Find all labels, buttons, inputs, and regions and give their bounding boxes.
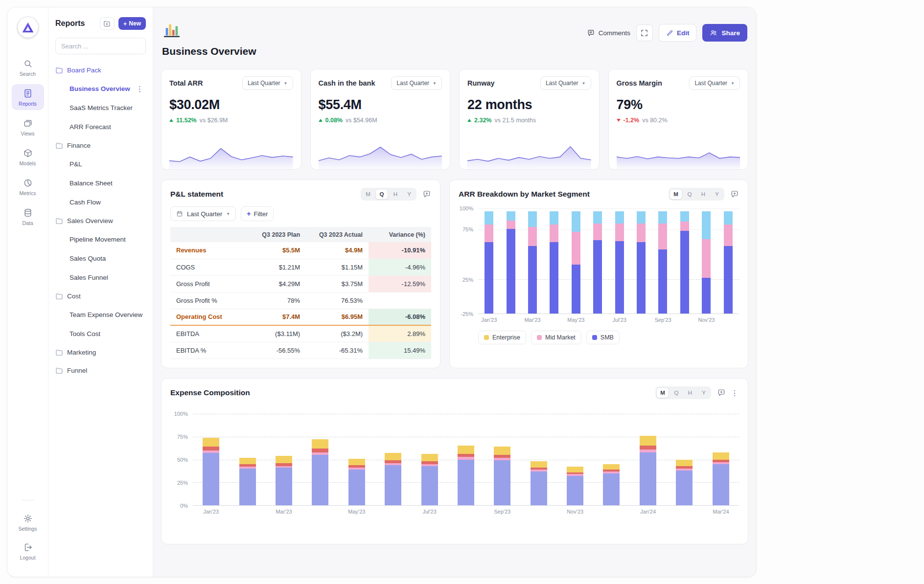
- sidebar-item-team-expense-overview[interactable]: Team Expense Overview: [55, 305, 146, 324]
- edit-button[interactable]: Edit: [659, 24, 697, 42]
- stacked-bar[interactable]: [593, 208, 602, 314]
- period-toggle-y[interactable]: Y: [697, 387, 710, 398]
- sidebar-item-pipeline-movement[interactable]: Pipeline Movement: [55, 230, 146, 249]
- kpi-delta-pct: -1.2%: [624, 117, 640, 124]
- sidebar-item-sales-quota[interactable]: Sales Quota: [55, 249, 146, 268]
- kpi-period-dropdown[interactable]: Last Quarter ▼: [689, 76, 740, 90]
- new-report-button[interactable]: + New: [118, 17, 146, 30]
- item-menu-icon[interactable]: ⋮: [134, 85, 146, 93]
- pnl-row-operating-cost[interactable]: Operating Cost $7.4M $6.95M -6.08%: [170, 309, 431, 325]
- sidebar-folder-finance[interactable]: Finance: [55, 136, 146, 155]
- sidebar-folder-cost[interactable]: Cost: [55, 287, 146, 305]
- stacked-bar[interactable]: [567, 414, 583, 505]
- stacked-bar[interactable]: [550, 208, 558, 314]
- stacked-bar[interactable]: [724, 208, 733, 314]
- comments-button[interactable]: Comments: [587, 29, 630, 37]
- pnl-row-revenues[interactable]: Revenues $5.5M $4.9M -10.91%: [170, 242, 431, 259]
- sidebar-folder-marketing[interactable]: Marketing: [55, 343, 146, 361]
- legend-item-enterprise[interactable]: Enterprise: [478, 331, 526, 344]
- filter-button[interactable]: + Filter: [241, 206, 274, 221]
- share-button[interactable]: Share: [702, 24, 747, 42]
- stacked-bar[interactable]: [203, 414, 219, 505]
- sidebar-item-balance-sheet[interactable]: Balance Sheet: [55, 174, 146, 193]
- sidebar-folder-funnel[interactable]: Funnel: [55, 361, 146, 380]
- stacked-bar[interactable]: [702, 208, 711, 314]
- stacked-bar[interactable]: [385, 414, 401, 505]
- period-toggle-h[interactable]: H: [389, 189, 402, 200]
- pnl-period-dropdown[interactable]: Last Quarter ▼: [170, 206, 236, 221]
- arr-x-axis: Jan'23Mar'23May'23Jul'23Sep'23Nov'23: [478, 314, 739, 326]
- rail-item-reports[interactable]: Reports: [12, 84, 44, 110]
- kpi-period-dropdown[interactable]: Last Quarter ▼: [391, 76, 442, 90]
- chevron-down-icon: ▼: [284, 81, 288, 86]
- period-toggle-y[interactable]: Y: [403, 189, 416, 200]
- sidebar-item-cash-flow[interactable]: Cash Flow: [55, 193, 146, 212]
- rail-item-settings[interactable]: Settings: [12, 509, 44, 535]
- stacked-bar[interactable]: [458, 414, 474, 505]
- add-comment-button[interactable]: [730, 190, 739, 199]
- stacked-bar[interactable]: [676, 414, 693, 505]
- stacked-bar[interactable]: [421, 414, 438, 505]
- sidebar-item-pnl[interactable]: P&L: [55, 155, 146, 174]
- sidebar-search-input[interactable]: [55, 38, 146, 54]
- pnl-row-gross-profit[interactable]: Gross Profit $4.29M $3.75M -12.59%: [170, 275, 431, 292]
- pnl-row-cogs[interactable]: COGS $1.21M $1.15M -4.96%: [170, 259, 431, 275]
- new-folder-button[interactable]: [100, 17, 115, 30]
- rail-item-data[interactable]: Data: [12, 203, 44, 229]
- sidebar-item-sales-funnel[interactable]: Sales Funnel: [55, 268, 146, 287]
- sidebar-folder-sales-overview[interactable]: Sales Overview: [55, 212, 146, 230]
- pnl-row-gross-profit-pct[interactable]: Gross Profit % 78% 76.53%: [170, 292, 431, 309]
- add-comment-button[interactable]: [717, 388, 726, 397]
- period-toggle-q[interactable]: Q: [670, 387, 683, 398]
- rail-item-search[interactable]: Search: [12, 54, 44, 80]
- stacked-bar[interactable]: [680, 208, 689, 314]
- stacked-bar[interactable]: [640, 414, 656, 505]
- stacked-bar[interactable]: [276, 414, 292, 505]
- page-header-actions: Comments Edit Share: [587, 24, 747, 42]
- stacked-bar[interactable]: [312, 414, 328, 505]
- kpi-period-dropdown[interactable]: Last Quarter ▼: [540, 76, 591, 90]
- expense-plot-area: [193, 414, 739, 506]
- pnl-row-ebitda[interactable]: EBITDA ($3.11M) ($3.2M) 2.89%: [170, 325, 431, 342]
- rail-item-views[interactable]: Views: [12, 114, 44, 140]
- kpi-period-dropdown[interactable]: Last Quarter ▼: [242, 76, 293, 90]
- rail-item-logout[interactable]: Logout: [12, 538, 44, 564]
- stacked-bar[interactable]: [615, 208, 624, 314]
- stacked-bar[interactable]: [531, 414, 547, 505]
- rail-item-models[interactable]: Models: [12, 144, 44, 170]
- stacked-bar[interactable]: [603, 414, 620, 505]
- stacked-bar[interactable]: [528, 208, 537, 314]
- sidebar-item-tools-cost[interactable]: Tools Cost: [55, 324, 146, 343]
- period-toggle-m[interactable]: M: [656, 387, 669, 398]
- kpi-card-gross-margin: Gross Margin Last Quarter ▼ 79% -1.2% vs…: [608, 69, 749, 170]
- sidebar-item-arr-forecast[interactable]: ARR Forecast: [55, 117, 146, 136]
- stacked-bar[interactable]: [348, 414, 365, 505]
- stacked-bar[interactable]: [494, 414, 510, 505]
- stacked-bar[interactable]: [572, 208, 580, 314]
- sidebar-item-saas-metrics-tracker[interactable]: SaaS Metrics Tracker: [55, 98, 146, 117]
- period-toggle-y[interactable]: Y: [711, 189, 723, 200]
- rail-item-metrics[interactable]: Metrics: [12, 174, 44, 200]
- plus-icon: +: [247, 210, 251, 218]
- stacked-bar[interactable]: [713, 414, 729, 505]
- period-toggle-q[interactable]: Q: [683, 189, 696, 200]
- pnl-row-ebitda-pct[interactable]: EBITDA % -56.55% -65.31% 15.49%: [170, 342, 431, 359]
- fullscreen-button[interactable]: [636, 24, 653, 41]
- add-comment-button[interactable]: [422, 190, 431, 199]
- stacked-bar[interactable]: [637, 208, 646, 314]
- sidebar-item-business-overview[interactable]: Business Overview ⋮: [55, 79, 146, 98]
- period-toggle-h[interactable]: H: [697, 189, 710, 200]
- stacked-bar[interactable]: [507, 208, 515, 314]
- stacked-bar[interactable]: [239, 414, 256, 505]
- stacked-bar[interactable]: [658, 208, 667, 314]
- stacked-bar[interactable]: [485, 208, 493, 314]
- period-toggle-q[interactable]: Q: [375, 189, 388, 200]
- panel-menu-icon[interactable]: ⋮: [731, 388, 739, 398]
- legend-item-smb[interactable]: SMB: [586, 331, 620, 344]
- period-toggle-m[interactable]: M: [362, 189, 374, 200]
- period-toggle-h[interactable]: H: [684, 387, 696, 398]
- brand-logo[interactable]: [18, 17, 38, 38]
- sidebar-folder-board-pack[interactable]: Board Pack: [55, 61, 146, 79]
- period-toggle-m[interactable]: M: [670, 189, 682, 200]
- legend-item-mid-market[interactable]: Mid Market: [531, 331, 581, 344]
